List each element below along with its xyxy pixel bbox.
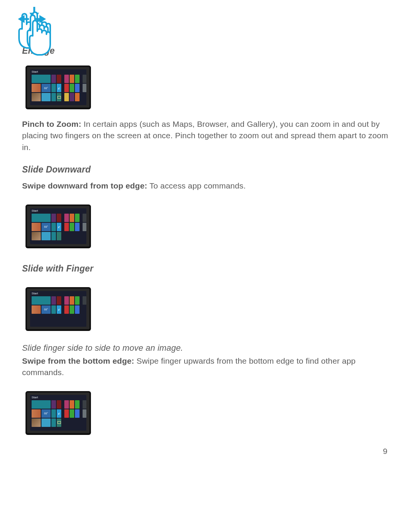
- heading-slide-downward: Slide Downward: [22, 165, 389, 175]
- document-page: Enlarge Start 68°: [0, 0, 411, 532]
- tablet-illustration: Start 68°: [25, 287, 91, 331]
- paragraph-pinch-zoom: Pinch to Zoom: In certain apps (such as …: [22, 118, 389, 153]
- start-label: Start: [32, 209, 38, 212]
- figure-pinch-to-zoom: Start 68°: [22, 61, 94, 113]
- heading-slide-finger: Slide with Finger: [22, 264, 389, 274]
- tablet-illustration: Start 68°: [25, 66, 91, 109]
- bold-lead-pinch: Pinch to Zoom:: [22, 120, 81, 128]
- svg-line-0: [13, 14, 22, 24]
- text-swipe-down: To access app commands.: [147, 181, 246, 190]
- start-label: Start: [32, 292, 38, 295]
- hand-swipe-down-icon: [21, 8, 53, 50]
- weather-tile: 68°: [41, 409, 51, 418]
- heading-enlarge: Enlarge: [22, 46, 389, 56]
- start-label: Start: [32, 70, 38, 73]
- ie-tile-icon: [57, 305, 61, 314]
- paragraph-swipe-down: Swipe downward from top edge: To access …: [22, 180, 389, 192]
- tablet-illustration: Start 68°: [25, 204, 91, 248]
- svg-marker-6: [20, 17, 24, 21]
- weather-tile: 68°: [41, 223, 51, 231]
- weather-tile: 68°: [41, 84, 51, 92]
- ie-tile-icon: [57, 84, 61, 92]
- ie-tile-icon: [57, 223, 61, 231]
- ie-tile-icon: [57, 409, 61, 418]
- svg-marker-8: [40, 17, 44, 21]
- svg-marker-1: [11, 13, 16, 18]
- svg-marker-4: [31, 14, 37, 18]
- start-label: Start: [32, 396, 38, 399]
- figure-swipe-up: Start 68°: [22, 387, 94, 439]
- desktop-tile-icon: [57, 419, 61, 427]
- desktop-tile-icon: [57, 93, 61, 101]
- figure-slide-side: Start 68°: [22, 283, 94, 335]
- bold-lead-swipe-down: Swipe downward from top edge:: [22, 181, 147, 190]
- page-number: 9: [383, 447, 387, 456]
- tablet-illustration: Start 68°: [25, 391, 91, 435]
- figure-swipe-down: Start 68°: [22, 200, 94, 252]
- caption-slide-side: Slide finger side to side to move an ima…: [22, 343, 389, 353]
- svg-marker-2: [20, 20, 24, 25]
- paragraph-swipe-bottom: Swipe from the bottom edge: Swipe finger…: [22, 355, 389, 379]
- bold-lead-swipe-bottom: Swipe from the bottom edge:: [22, 356, 134, 365]
- weather-tile: 68°: [41, 305, 51, 314]
